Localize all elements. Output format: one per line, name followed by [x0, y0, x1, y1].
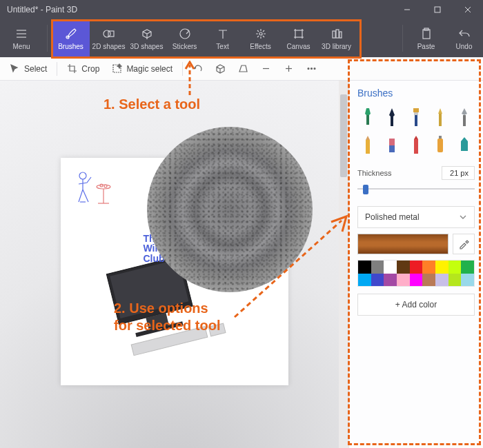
- svg-rect-40: [415, 115, 417, 126]
- brush-watercolor[interactable]: [429, 105, 451, 129]
- workspace[interactable]: The Windows Club: [0, 81, 348, 448]
- minimize-button[interactable]: [392, 0, 422, 19]
- palette-swatch[interactable]: [461, 261, 474, 274]
- tool-text[interactable]: Text: [204, 19, 241, 57]
- zoom-out-button[interactable]: [255, 61, 277, 77]
- palette-swatch[interactable]: [461, 274, 474, 287]
- svg-point-24: [314, 68, 315, 70]
- palette-swatch[interactable]: [435, 261, 448, 274]
- crop-label: Crop: [81, 64, 99, 74]
- palette-swatch[interactable]: [384, 261, 397, 274]
- text-icon: [217, 27, 229, 41]
- brush-eraser[interactable]: [382, 133, 403, 156]
- undo-icon: [458, 27, 471, 41]
- canvas-icon: [293, 27, 305, 41]
- stickers-icon: [179, 27, 191, 41]
- brush-marker[interactable]: [357, 105, 379, 129]
- add-color-button[interactable]: + Add color: [357, 294, 475, 316]
- palette-swatch[interactable]: [410, 274, 423, 287]
- rotate-icon: [193, 63, 203, 74]
- current-color-swatch[interactable]: [357, 234, 448, 254]
- eyedropper-button[interactable]: [453, 234, 475, 254]
- palette-swatch[interactable]: [358, 274, 371, 287]
- more-button[interactable]: [301, 61, 322, 77]
- palette-swatch[interactable]: [410, 261, 423, 274]
- brush-calligraphy-pen[interactable]: [382, 105, 403, 129]
- titlebar: Untitled* - Paint 3D: [0, 0, 483, 19]
- side-panel-title: Brushes: [357, 88, 475, 99]
- maximize-button[interactable]: [422, 0, 453, 19]
- palette-swatch[interactable]: [422, 261, 435, 274]
- svg-rect-49: [461, 141, 468, 151]
- undo-button[interactable]: Undo: [445, 19, 483, 57]
- brush-spray-can[interactable]: [429, 133, 451, 156]
- close-button[interactable]: [453, 0, 483, 19]
- svg-rect-41: [439, 114, 442, 126]
- rotate-left-button[interactable]: [187, 61, 208, 77]
- magic-select-button[interactable]: Magic select: [106, 61, 178, 77]
- scrollbar-thumb[interactable]: [340, 94, 347, 177]
- tool-2d-shapes[interactable]: 2D shapes: [90, 19, 128, 57]
- palette-swatch[interactable]: [397, 274, 410, 287]
- select-button[interactable]: Select: [4, 61, 52, 77]
- toolbar-divider: [402, 25, 403, 52]
- brush-oil-brush[interactable]: [406, 105, 427, 129]
- tool-3d-library[interactable]: 3D library: [317, 19, 355, 57]
- perspective-icon: [238, 63, 248, 74]
- shapes-2d-icon: [103, 27, 115, 41]
- shapes-3d-icon: [141, 27, 153, 41]
- side-panel: Brushes Thickness 21 px Polished metal +…: [348, 81, 483, 448]
- palette-swatch[interactable]: [397, 261, 410, 274]
- tool-label: Effects: [250, 43, 270, 50]
- zoom-in-button[interactable]: [278, 61, 299, 77]
- hamburger-icon: [15, 27, 28, 41]
- brush-pencil[interactable]: [357, 133, 379, 156]
- palette-swatch[interactable]: [422, 274, 435, 287]
- svg-rect-35: [208, 323, 226, 336]
- chevron-down-icon: [459, 213, 467, 221]
- material-select[interactable]: Polished metal: [357, 206, 475, 228]
- view-3d-button[interactable]: [210, 61, 231, 77]
- tool-effects[interactable]: Effects: [241, 19, 279, 57]
- crop-button[interactable]: Crop: [61, 61, 105, 77]
- palette-swatch[interactable]: [358, 261, 371, 274]
- svg-rect-39: [414, 112, 418, 115]
- brush-pixel-pen[interactable]: [453, 105, 475, 129]
- tool-label: 2D shapes: [92, 43, 126, 50]
- palette-swatch[interactable]: [435, 274, 448, 287]
- main-toolbar: Menu Brushes 2D shapes 3D shapes Sticker…: [0, 19, 483, 57]
- vertical-scrollbar[interactable]: [339, 81, 348, 448]
- svg-rect-46: [414, 139, 418, 154]
- canvas-area[interactable]: The Windows Club: [61, 158, 288, 385]
- cube-icon: [215, 63, 226, 74]
- tool-label: 3D library: [322, 43, 351, 50]
- palette-swatch[interactable]: [371, 274, 384, 287]
- thickness-slider[interactable]: [357, 183, 475, 195]
- tool-canvas[interactable]: Canvas: [279, 19, 317, 57]
- brush-grid: [357, 105, 475, 156]
- svg-rect-36: [366, 115, 369, 125]
- palette-swatch[interactable]: [448, 274, 462, 287]
- svg-rect-45: [389, 145, 395, 152]
- more-icon: [306, 63, 317, 74]
- thickness-value[interactable]: 21 px: [442, 166, 475, 180]
- canvas-brush-stroke: [147, 127, 313, 292]
- palette-swatch[interactable]: [384, 274, 397, 287]
- magic-select-label: Magic select: [126, 64, 172, 74]
- perspective-button[interactable]: [233, 61, 254, 77]
- svg-rect-47: [439, 136, 442, 139]
- tool-stickers[interactable]: Stickers: [166, 19, 204, 57]
- palette-swatch[interactable]: [448, 261, 462, 274]
- brush-crayon[interactable]: [406, 133, 427, 156]
- brush-fill[interactable]: [453, 133, 475, 156]
- palette-swatch[interactable]: [371, 261, 384, 274]
- tool-brushes[interactable]: Brushes: [52, 19, 90, 57]
- paste-button[interactable]: Paste: [407, 19, 445, 57]
- svg-point-23: [311, 68, 313, 70]
- menu-button[interactable]: Menu: [0, 19, 43, 57]
- tool-label: Stickers: [172, 43, 197, 50]
- tool-label: Brushes: [58, 43, 83, 50]
- tool-3d-shapes[interactable]: 3D shapes: [128, 19, 166, 57]
- slider-thumb[interactable]: [363, 185, 368, 194]
- svg-rect-48: [437, 139, 443, 152]
